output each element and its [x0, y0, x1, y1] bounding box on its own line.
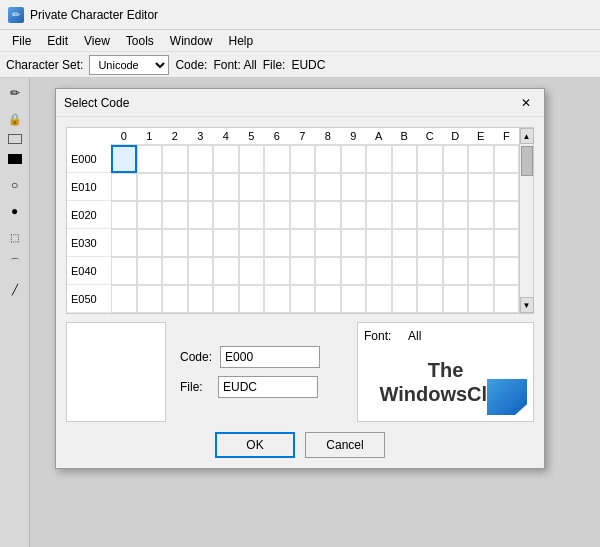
grid-cell-E050-8[interactable] — [315, 285, 341, 313]
grid-cell-E000-E[interactable] — [468, 145, 494, 173]
grid-cell-E040-2[interactable] — [162, 257, 188, 285]
grid-cell-E000-3[interactable] — [188, 145, 214, 173]
grid-cell-E030-6[interactable] — [264, 229, 290, 257]
grid-cell-E010-3[interactable] — [188, 173, 214, 201]
grid-cell-E050-7[interactable] — [290, 285, 316, 313]
grid-cell-E040-5[interactable] — [239, 257, 265, 285]
file-field-value[interactable]: EUDC — [218, 376, 318, 398]
grid-cell-E020-6[interactable] — [264, 201, 290, 229]
grid-cell-E000-D[interactable] — [443, 145, 469, 173]
grid-cell-E000-5[interactable] — [239, 145, 265, 173]
menu-help[interactable]: Help — [221, 32, 262, 50]
grid-cell-E040-9[interactable] — [341, 257, 367, 285]
grid-cell-E040-E[interactable] — [468, 257, 494, 285]
scroll-down-arrow[interactable]: ▼ — [520, 297, 534, 313]
grid-cell-E030-E[interactable] — [468, 229, 494, 257]
scroll-up-arrow[interactable]: ▲ — [520, 128, 534, 144]
grid-cell-E040-1[interactable] — [137, 257, 163, 285]
charset-select[interactable]: Unicode Big5 — [89, 55, 169, 75]
cancel-button[interactable]: Cancel — [305, 432, 385, 458]
grid-cell-E050-5[interactable] — [239, 285, 265, 313]
grid-cell-E020-4[interactable] — [213, 201, 239, 229]
grid-cell-E020-1[interactable] — [137, 201, 163, 229]
grid-cell-E020-C[interactable] — [417, 201, 443, 229]
grid-cell-E000-8[interactable] — [315, 145, 341, 173]
grid-cell-E010-6[interactable] — [264, 173, 290, 201]
grid-cell-E010-E[interactable] — [468, 173, 494, 201]
grid-cell-E040-F[interactable] — [494, 257, 520, 285]
scroll-thumb[interactable] — [521, 146, 533, 176]
grid-cell-E010-4[interactable] — [213, 173, 239, 201]
grid-cell-E020-3[interactable] — [188, 201, 214, 229]
menu-window[interactable]: Window — [162, 32, 221, 50]
grid-cell-E050-2[interactable] — [162, 285, 188, 313]
grid-cell-E020-5[interactable] — [239, 201, 265, 229]
grid-cell-E040-7[interactable] — [290, 257, 316, 285]
grid-cell-E030-7[interactable] — [290, 229, 316, 257]
grid-cell-E020-E[interactable] — [468, 201, 494, 229]
grid-cell-E050-E[interactable] — [468, 285, 494, 313]
grid-cell-E040-C[interactable] — [417, 257, 443, 285]
grid-cell-E030-C[interactable] — [417, 229, 443, 257]
grid-cell-E030-3[interactable] — [188, 229, 214, 257]
grid-scrollbar[interactable]: ▲ ▼ — [519, 128, 533, 313]
grid-cell-E040-6[interactable] — [264, 257, 290, 285]
grid-cell-E050-B[interactable] — [392, 285, 418, 313]
grid-cell-E050-A[interactable] — [366, 285, 392, 313]
grid-cell-E000-1[interactable] — [137, 145, 163, 173]
grid-cell-E040-0[interactable] — [111, 257, 137, 285]
grid-cell-E000-A[interactable] — [366, 145, 392, 173]
grid-cell-E020-2[interactable] — [162, 201, 188, 229]
grid-cell-E020-B[interactable] — [392, 201, 418, 229]
grid-cell-E030-4[interactable] — [213, 229, 239, 257]
grid-cell-E020-7[interactable] — [290, 201, 316, 229]
grid-cell-E040-D[interactable] — [443, 257, 469, 285]
grid-cell-E030-A[interactable] — [366, 229, 392, 257]
grid-cell-E040-3[interactable] — [188, 257, 214, 285]
grid-cell-E050-6[interactable] — [264, 285, 290, 313]
grid-cell-E030-F[interactable] — [494, 229, 520, 257]
grid-cell-E050-9[interactable] — [341, 285, 367, 313]
grid-cell-E010-5[interactable] — [239, 173, 265, 201]
grid-cell-E030-B[interactable] — [392, 229, 418, 257]
grid-cell-E040-A[interactable] — [366, 257, 392, 285]
grid-cell-E050-3[interactable] — [188, 285, 214, 313]
grid-cell-E050-D[interactable] — [443, 285, 469, 313]
grid-cell-E000-B[interactable] — [392, 145, 418, 173]
grid-cell-E030-0[interactable] — [111, 229, 137, 257]
grid-cell-E000-7[interactable] — [290, 145, 316, 173]
grid-cell-E010-8[interactable] — [315, 173, 341, 201]
grid-cell-E000-6[interactable] — [264, 145, 290, 173]
grid-cell-E000-0[interactable] — [111, 145, 137, 173]
grid-cell-E010-A[interactable] — [366, 173, 392, 201]
grid-cell-E010-0[interactable] — [111, 173, 137, 201]
grid-cell-E050-0[interactable] — [111, 285, 137, 313]
grid-cell-E030-1[interactable] — [137, 229, 163, 257]
grid-cell-E030-9[interactable] — [341, 229, 367, 257]
grid-cell-E010-1[interactable] — [137, 173, 163, 201]
grid-cell-E020-0[interactable] — [111, 201, 137, 229]
grid-cell-E010-7[interactable] — [290, 173, 316, 201]
grid-cell-E000-4[interactable] — [213, 145, 239, 173]
grid-cell-E010-D[interactable] — [443, 173, 469, 201]
menu-edit[interactable]: Edit — [39, 32, 76, 50]
grid-cell-E020-8[interactable] — [315, 201, 341, 229]
grid-cell-E050-C[interactable] — [417, 285, 443, 313]
grid-cell-E020-A[interactable] — [366, 201, 392, 229]
menu-tools[interactable]: Tools — [118, 32, 162, 50]
grid-cell-E040-4[interactable] — [213, 257, 239, 285]
grid-cell-E030-5[interactable] — [239, 229, 265, 257]
grid-cell-E020-F[interactable] — [494, 201, 520, 229]
grid-cell-E000-F[interactable] — [494, 145, 520, 173]
grid-cell-E040-B[interactable] — [392, 257, 418, 285]
grid-cell-E010-2[interactable] — [162, 173, 188, 201]
grid-cell-E050-4[interactable] — [213, 285, 239, 313]
grid-cell-E010-B[interactable] — [392, 173, 418, 201]
grid-cell-E010-C[interactable] — [417, 173, 443, 201]
menu-view[interactable]: View — [76, 32, 118, 50]
grid-cell-E000-9[interactable] — [341, 145, 367, 173]
grid-cell-E050-1[interactable] — [137, 285, 163, 313]
grid-cell-E000-2[interactable] — [162, 145, 188, 173]
grid-cell-E030-8[interactable] — [315, 229, 341, 257]
menu-file[interactable]: File — [4, 32, 39, 50]
